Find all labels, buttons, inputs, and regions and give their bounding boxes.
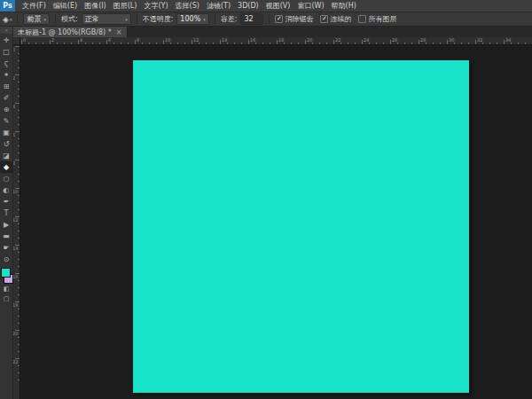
ruler-tick	[156, 43, 157, 44]
ruler-tick	[71, 43, 72, 44]
blur-tool[interactable]: ○	[0, 173, 12, 184]
ruler-tick	[99, 43, 100, 44]
shape-tool[interactable]: ▬	[0, 231, 12, 242]
ruler-tick	[15, 46, 20, 47]
checkbox-anti-alias[interactable]: ✓消除锯齿	[275, 14, 313, 24]
menu-item[interactable]: 文件(F)	[19, 0, 50, 12]
menu-bar: Ps 文件(F)编辑(E)图像(I)图层(L)文字(Y)选择(S)滤镜(T)3D…	[0, 0, 532, 12]
ruler-tick	[21, 40, 22, 44]
menu-item[interactable]: 帮助(H)	[328, 0, 360, 12]
marquee-tool[interactable]: □	[0, 46, 12, 58]
healing-brush-tool[interactable]: ⊕	[0, 104, 12, 115]
menu-item[interactable]: 选择(S)	[172, 0, 203, 12]
quick-mask-button[interactable]: ◧	[0, 284, 12, 293]
menu-item[interactable]: 编辑(E)	[50, 0, 81, 12]
ruler-tick	[92, 43, 93, 44]
ruler-tick	[149, 43, 150, 44]
ruler-tick	[18, 259, 20, 260]
move-tool[interactable]: ✛	[0, 35, 12, 46]
ruler-tick	[461, 43, 462, 44]
history-brush-tool-icon: ↺	[4, 140, 10, 148]
close-icon[interactable]: ×	[116, 28, 122, 36]
mode-label: 模式:	[61, 14, 78, 24]
ruler-tick	[248, 40, 249, 44]
brush-tool[interactable]: ✎	[0, 115, 12, 127]
history-brush-tool[interactable]: ↺	[0, 138, 12, 150]
eraser-tool[interactable]: ◪	[0, 150, 12, 161]
clone-stamp-tool-icon: ▣	[3, 129, 10, 137]
eyedropper-tool[interactable]: ✐	[0, 92, 12, 104]
ruler-tick	[362, 40, 363, 44]
ruler-tick	[383, 43, 384, 44]
horizontal-ruler[interactable]: 0246810121416182022242628303234	[20, 37, 532, 45]
ruler-tick	[18, 280, 20, 281]
ruler-tick	[121, 43, 121, 44]
dodge-tool-icon: ◐	[4, 186, 10, 194]
chevron-down-icon: ▾	[125, 17, 128, 22]
ruler-tick	[18, 209, 20, 210]
ruler-tick	[85, 43, 86, 44]
dodge-tool[interactable]: ◐	[0, 184, 12, 196]
checkbox-contiguous[interactable]: ✓连续的	[320, 14, 351, 24]
separator	[55, 14, 56, 24]
ruler-tick	[18, 181, 20, 182]
ruler-origin-corner[interactable]	[12, 37, 20, 45]
blend-mode-select[interactable]: 正常 ▾	[82, 13, 131, 25]
foreground-color-swatch[interactable]	[1, 268, 11, 278]
menu-item[interactable]: 图层(L)	[110, 0, 141, 12]
separator	[215, 14, 215, 24]
menu-item[interactable]: 滤镜(T)	[203, 0, 234, 12]
separator	[17, 14, 18, 24]
quick-selection-tool[interactable]: ✶	[0, 69, 12, 81]
screen-mode-button[interactable]: ▢	[0, 293, 12, 303]
tolerance-input[interactable]: 32	[240, 13, 263, 25]
ruler-tick	[18, 167, 20, 168]
opacity-label: 不透明度:	[143, 14, 174, 24]
ruler-tick	[78, 40, 79, 44]
brush-tool-icon: ✎	[4, 117, 10, 125]
ruler-tick	[18, 138, 20, 139]
paint-bucket-tool[interactable]: ◆	[0, 161, 12, 173]
ruler-tick	[241, 43, 242, 44]
pen-tool[interactable]: ✒	[0, 196, 12, 207]
ruler-tick	[291, 43, 292, 44]
ruler-tick	[206, 43, 207, 44]
ruler-tick	[15, 160, 20, 160]
hand-tool[interactable]: ☛	[0, 242, 12, 254]
vertical-ruler[interactable]: 0246810121416182022	[12, 44, 20, 399]
menu-item[interactable]: 视图(V)	[262, 0, 294, 12]
ruler-tick	[277, 40, 278, 44]
eyedropper-tool-icon: ✐	[4, 94, 10, 102]
document-tab[interactable]: 未标题-1 @ 100%(RGB/8) * ×	[12, 27, 128, 37]
menu-item[interactable]: 窗口(W)	[293, 0, 327, 12]
fill-source-select[interactable]: 前景 ▾	[23, 13, 50, 25]
menu-item[interactable]: 文字(Y)	[140, 0, 171, 12]
ruler-tick	[284, 43, 285, 44]
ruler-tick	[433, 43, 434, 44]
canvas[interactable]	[133, 60, 469, 393]
menu-item[interactable]: 图像(I)	[81, 0, 110, 12]
clone-stamp-tool[interactable]: ▣	[0, 127, 12, 138]
ruler-tick	[298, 43, 299, 44]
ruler-tick	[18, 202, 20, 203]
zoom-tool[interactable]: ⊙	[0, 254, 12, 265]
ruler-label: 6	[108, 37, 111, 43]
lasso-tool[interactable]: ϛ	[0, 58, 12, 69]
paint-bucket-preset-button[interactable]: ◈ ▾	[3, 15, 12, 24]
ruler-tick	[18, 287, 20, 288]
checkbox-all-layers[interactable]: 所有图层	[358, 14, 396, 24]
paint-bucket-icon: ◈	[3, 15, 9, 24]
ruler-tick	[319, 43, 320, 44]
ruler-tick	[18, 294, 20, 295]
crop-tool[interactable]: ⊞	[0, 81, 12, 92]
collapse-panel-button[interactable]: «	[0, 27, 12, 34]
menu-item[interactable]: 3D(D)	[234, 0, 262, 12]
ruler-tick	[18, 223, 20, 224]
checkbox-label: 消除锯齿	[285, 14, 313, 24]
ruler-tick	[64, 43, 65, 44]
path-selection-tool-icon: ▶	[4, 221, 9, 229]
path-selection-tool[interactable]: ▶	[0, 219, 12, 231]
ruler-tick	[18, 344, 20, 345]
opacity-select[interactable]: 100% ▾	[176, 13, 208, 25]
type-tool[interactable]: T	[0, 207, 12, 219]
